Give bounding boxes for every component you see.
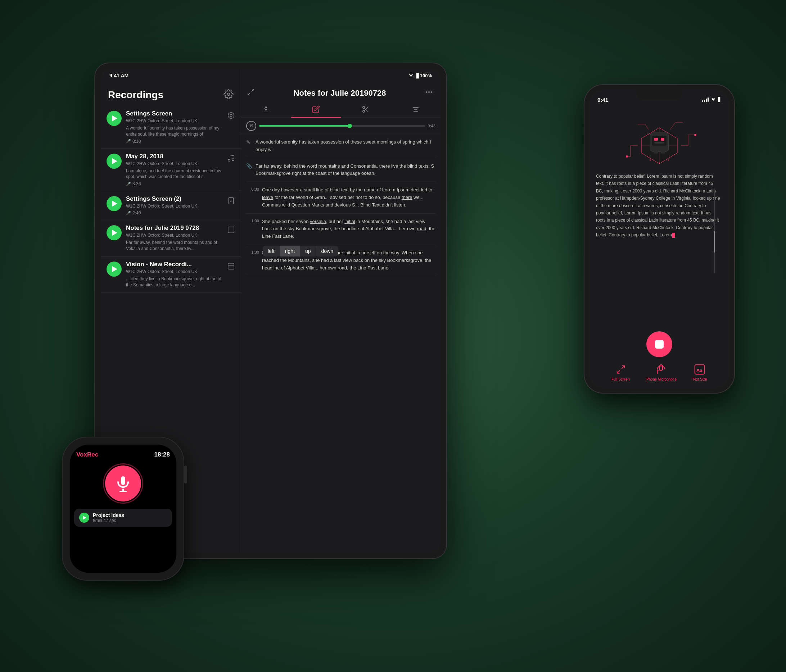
svg-rect-6 bbox=[228, 227, 234, 233]
recording-preview: I am alone, and feel the charm of existe… bbox=[126, 168, 223, 180]
svg-rect-24 bbox=[654, 151, 658, 154]
stop-button[interactable] bbox=[646, 331, 672, 357]
textsize-label: Text Size bbox=[692, 377, 707, 382]
svg-point-1 bbox=[228, 113, 234, 119]
recording-preview: Far far away, behind the word mountains … bbox=[126, 240, 223, 252]
recordings-header: Recordings bbox=[101, 82, 241, 106]
play-button[interactable] bbox=[107, 154, 122, 169]
recording-item[interactable]: Vision - New Recordi... W1C 2HW Oxford S… bbox=[101, 256, 241, 293]
watch-record-button[interactable] bbox=[105, 465, 141, 501]
tab-transcript[interactable] bbox=[241, 102, 291, 118]
iphone-bottom-controls: Full Screen iPhone Microphone bbox=[589, 331, 730, 388]
expand-icon bbox=[614, 363, 627, 376]
transcript-area: ✎ A wonderful serenity has taken possess… bbox=[241, 134, 440, 553]
textsize-action[interactable]: Aa Text Size bbox=[692, 363, 707, 382]
recording-preview: A wonderful serenity has taken possessio… bbox=[126, 125, 223, 137]
fullscreen-action[interactable]: Full Screen bbox=[612, 363, 630, 382]
recording-item[interactable]: Settings Screen (2) W1C 2HW Oxford Stree… bbox=[101, 191, 241, 220]
svg-rect-22 bbox=[661, 138, 664, 141]
notes-panel: Notes for Julie 20190728 bbox=[241, 69, 440, 553]
svg-rect-21 bbox=[654, 138, 658, 141]
timestamp: 0:30 bbox=[246, 186, 259, 209]
iphone-actions-row: Full Screen iPhone Microphone bbox=[612, 363, 707, 382]
iphone-status-icons: ▋ bbox=[702, 96, 721, 103]
settings-icon[interactable] bbox=[223, 89, 234, 101]
play-button[interactable] bbox=[107, 111, 122, 126]
play-button[interactable] bbox=[107, 262, 122, 276]
svg-rect-7 bbox=[228, 263, 234, 270]
wifi-icon bbox=[408, 73, 414, 79]
watch-app-name: VoxRec bbox=[76, 451, 98, 458]
replay-button[interactable]: 15 bbox=[246, 121, 256, 131]
more-icon[interactable] bbox=[424, 88, 433, 98]
iphone-device: 9:41 ▋ bbox=[584, 84, 735, 394]
timestamp: 1:00 bbox=[246, 218, 259, 240]
tab-settings[interactable] bbox=[391, 102, 441, 118]
microphone-action[interactable]: iPhone Microphone bbox=[646, 363, 677, 382]
svg-point-27 bbox=[659, 162, 660, 164]
ctx-right[interactable]: right bbox=[280, 246, 300, 256]
recording-item[interactable]: May 28, 2018 W1C 2HW Oxford Street, Lond… bbox=[101, 149, 241, 192]
battery-icon: ▋ bbox=[718, 97, 721, 102]
watch-recording-item[interactable]: Project Ideas 8min 47 sec bbox=[74, 509, 172, 527]
recording-item[interactable]: Notes for Julie 2019 0728 W1C 2HW Oxford… bbox=[101, 220, 241, 256]
svg-point-13 bbox=[363, 110, 365, 113]
iphone-time: 9:41 bbox=[597, 97, 608, 103]
recording-location: W1C 2HW Oxford Street, London UK bbox=[126, 161, 223, 166]
recording-duration: 🎤 3:36 bbox=[126, 181, 223, 186]
svg-point-28 bbox=[668, 159, 669, 161]
svg-rect-29 bbox=[660, 365, 663, 371]
scrubber-wrap[interactable] bbox=[259, 125, 425, 127]
mic-small-icon: 🎤 bbox=[126, 182, 131, 186]
robot-svg bbox=[616, 110, 703, 171]
meta-icon bbox=[227, 226, 235, 234]
svg-point-8 bbox=[426, 91, 427, 93]
svg-point-10 bbox=[431, 91, 432, 93]
expand-icon[interactable] bbox=[247, 88, 255, 98]
transcript-text: A wonderful serenity has taken possessio… bbox=[256, 138, 435, 154]
recording-preview: ...filled they live in Bookmarksgrove, r… bbox=[126, 276, 223, 288]
watch-device: VoxRec 18:28 bbox=[62, 437, 184, 581]
watch-play-triangle bbox=[83, 516, 86, 520]
wifi-icon bbox=[711, 96, 716, 103]
svg-rect-5 bbox=[229, 198, 234, 204]
scrubber-track[interactable] bbox=[259, 125, 425, 127]
block-icon: ✎ bbox=[246, 139, 253, 154]
watch-item-duration: 8min 47 sec bbox=[93, 518, 124, 523]
tab-edit[interactable] bbox=[291, 102, 341, 118]
scrollbar-thumb bbox=[714, 231, 715, 253]
transcript-text: Far far away, behind the word mountains … bbox=[256, 163, 435, 178]
recording-info: Vision - New Recordi... W1C 2HW Oxford S… bbox=[126, 261, 223, 288]
ctx-left[interactable]: left bbox=[263, 246, 280, 256]
svg-point-17 bbox=[626, 155, 628, 157]
transcript-block: 0:30 One day however a small line of bli… bbox=[246, 182, 435, 214]
scrollbar-track bbox=[714, 188, 715, 273]
fullscreen-label: Full Screen bbox=[612, 377, 630, 382]
recording-info: Notes for Julie 2019 0728 W1C 2HW Oxford… bbox=[126, 225, 223, 252]
meta-icon bbox=[227, 197, 235, 206]
iphone-screen: 9:41 ▋ bbox=[589, 89, 730, 388]
microphone-label: iPhone Microphone bbox=[646, 377, 677, 382]
watch-play-button[interactable] bbox=[79, 513, 89, 523]
svg-point-9 bbox=[428, 91, 430, 93]
mic-small-icon: 🎤 bbox=[126, 211, 131, 215]
audio-scrubber[interactable]: 15 0:43 bbox=[241, 118, 440, 134]
block-icon: 📎 bbox=[246, 163, 253, 178]
recordings-title: Recordings bbox=[108, 89, 163, 101]
iphone-text-content: Contrary to popular belief, Lorem Ipsum … bbox=[596, 173, 723, 331]
tab-cut[interactable] bbox=[341, 102, 391, 118]
play-button[interactable] bbox=[107, 225, 122, 240]
recording-item[interactable]: Settings Screen W1C 2HW Oxford Street, L… bbox=[101, 106, 241, 149]
transcript-text: One day however a small line of blind te… bbox=[262, 186, 435, 209]
timestamp: 1:30 bbox=[246, 249, 259, 272]
ctx-down[interactable]: down bbox=[316, 246, 338, 256]
recording-location: W1C 2HW Oxford Street, London UK bbox=[126, 204, 223, 209]
recording-title: May 28, 2018 bbox=[126, 153, 223, 160]
svg-rect-25 bbox=[661, 151, 665, 154]
ctx-up[interactable]: up bbox=[300, 246, 316, 256]
play-button[interactable] bbox=[107, 196, 122, 211]
scrubber-time: 0:43 bbox=[428, 124, 435, 128]
scrubber-fill bbox=[259, 125, 350, 127]
text-cursor bbox=[672, 233, 675, 238]
meta-icon bbox=[227, 111, 235, 120]
